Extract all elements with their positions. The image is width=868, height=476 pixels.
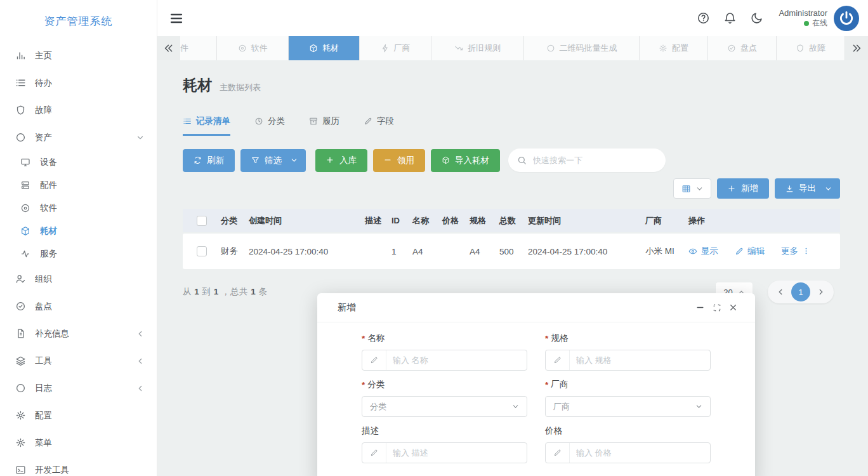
sidebar-item-extra-info[interactable]: 补充信息	[0, 320, 157, 347]
field-desc: 描述	[362, 425, 527, 463]
tab-depreciation-rules[interactable]: 折旧规则	[431, 36, 524, 60]
subtab-records[interactable]: 记录清单	[183, 116, 230, 136]
sidebar-item-software[interactable]: 软件	[0, 197, 157, 220]
cell-name: A4	[412, 247, 442, 256]
price-input[interactable]	[570, 448, 710, 458]
sidebar-item-logs[interactable]: 日志	[0, 374, 157, 402]
category-select[interactable]: 分类	[362, 396, 527, 417]
page-title: 耗材	[183, 76, 212, 95]
layers-icon	[15, 355, 26, 366]
box-icon	[20, 226, 31, 237]
quick-search	[508, 149, 666, 172]
import-consumables-button[interactable]: 导入耗材	[431, 149, 500, 172]
minimize-button[interactable]	[692, 300, 708, 316]
sidebar-item-assets[interactable]: 资产	[0, 124, 157, 151]
sidebar-item-stocktake[interactable]: 盘点	[0, 293, 157, 320]
spec-input[interactable]	[570, 355, 710, 365]
sidebar-item-consumables[interactable]: 耗材	[0, 220, 157, 242]
sidebar-item-accessories[interactable]: 配件	[0, 174, 157, 197]
tab-software[interactable]: 软件	[217, 36, 289, 60]
tabs-scroll-left-button[interactable]	[157, 36, 180, 60]
help-icon[interactable]	[690, 6, 716, 31]
name-input[interactable]	[386, 355, 527, 365]
sidebar-item-devices[interactable]: 设备	[0, 151, 157, 174]
sidebar-item-menu[interactable]: 菜单	[0, 429, 157, 456]
field-spec: *规格	[545, 333, 711, 371]
inbound-button[interactable]: 入库	[315, 149, 367, 172]
tabs-scroll-right-button[interactable]	[845, 36, 868, 60]
filter-button[interactable]: 筛选	[240, 149, 306, 172]
sidebar-item-tools[interactable]: 工具	[0, 347, 157, 374]
hamburger-menu-icon[interactable]	[169, 10, 185, 27]
dark-mode-moon-icon[interactable]	[743, 6, 770, 31]
col-header-desc: 描述	[365, 215, 391, 227]
tab-stocktake[interactable]: 盘点	[708, 36, 777, 60]
current-page-button[interactable]: 1	[791, 282, 810, 301]
cell-category: 财务	[221, 246, 249, 257]
disc-icon	[238, 44, 247, 53]
search-input[interactable]	[533, 155, 657, 165]
subtab-history[interactable]: 履历	[309, 116, 339, 136]
subtabs: 记录清单 分类 履历 字段	[183, 116, 840, 136]
subtab-fields[interactable]: 字段	[364, 116, 394, 136]
bell-icon[interactable]	[716, 6, 743, 31]
desc-input[interactable]	[386, 448, 527, 458]
fullscreen-button[interactable]	[708, 300, 725, 316]
minus-icon	[384, 156, 392, 164]
user-avatar[interactable]	[834, 6, 859, 31]
cell-spec: A4	[470, 247, 499, 256]
close-button[interactable]	[725, 300, 741, 316]
sidebar-item-home[interactable]: 主页	[0, 42, 157, 69]
chevron-down-icon	[136, 134, 144, 142]
tab-fault[interactable]: 故障	[777, 36, 845, 60]
add-button[interactable]: 新增	[717, 178, 769, 199]
sidebar-item-organization[interactable]: 组织	[0, 265, 157, 293]
user-status: 在线	[779, 18, 827, 28]
sidebar-item-devtools[interactable]: 开发工具	[0, 456, 157, 476]
more-action-link[interactable]: 更多	[781, 246, 811, 257]
vendor-select[interactable]: 厂商	[545, 396, 711, 417]
sidebar-item-todo[interactable]: 待办	[0, 69, 157, 96]
select-all-checkbox[interactable]	[197, 216, 207, 226]
consumables-table: 分类 创建时间 描述 ID 名称 价格 规格 总数 更新时间 厂商 操作 财务 …	[183, 209, 840, 269]
shield-icon	[15, 105, 26, 116]
export-button[interactable]: 导出	[775, 178, 840, 199]
tab-vendors[interactable]: 厂商	[360, 36, 431, 60]
col-header-spec: 规格	[470, 215, 499, 227]
show-action-link[interactable]: 显示	[688, 246, 718, 257]
download-icon	[786, 185, 794, 193]
gear-icon	[15, 410, 26, 421]
grid-icon	[681, 184, 691, 194]
row-checkbox[interactable]	[197, 246, 207, 256]
sidebar-item-services[interactable]: 服务	[0, 242, 157, 265]
tab-qrcode-batch[interactable]: 二维码批量生成	[524, 36, 640, 60]
check-circle-icon	[15, 301, 26, 312]
cell-created: 2024-04-25 17:00:40	[249, 247, 365, 256]
gear-icon	[659, 44, 667, 53]
col-header-actions: 操作	[688, 215, 840, 227]
sidebar-item-fault[interactable]: 故障	[0, 96, 157, 124]
field-name: *名称	[362, 333, 527, 371]
sidebar-item-config[interactable]: 配置	[0, 402, 157, 429]
chevron-down-icon	[291, 157, 298, 164]
file-icon	[15, 328, 26, 339]
chevron-down-icon	[696, 185, 703, 192]
pencil-icon	[735, 247, 744, 256]
refresh-button[interactable]: 刷新	[183, 149, 235, 172]
caret-down-icon	[512, 403, 519, 410]
topbar: Administrator 在线	[157, 0, 868, 36]
more-vertical-icon	[802, 247, 811, 256]
next-page-button[interactable]	[814, 285, 828, 299]
tab-accessories[interactable]: 配件	[180, 36, 217, 60]
subtab-categories[interactable]: 分类	[254, 116, 285, 136]
tab-consumables[interactable]: 耗材	[289, 36, 360, 60]
user-check-icon	[15, 274, 26, 284]
tab-config[interactable]: 配置	[640, 36, 708, 60]
outbound-button[interactable]: 领用	[373, 149, 425, 172]
chevron-down-icon	[825, 185, 832, 192]
prev-page-button[interactable]	[773, 285, 787, 299]
edit-action-link[interactable]: 编辑	[735, 246, 765, 257]
column-settings-button[interactable]	[673, 178, 711, 199]
refresh-icon	[194, 156, 202, 164]
chevron-left-icon	[136, 385, 144, 392]
